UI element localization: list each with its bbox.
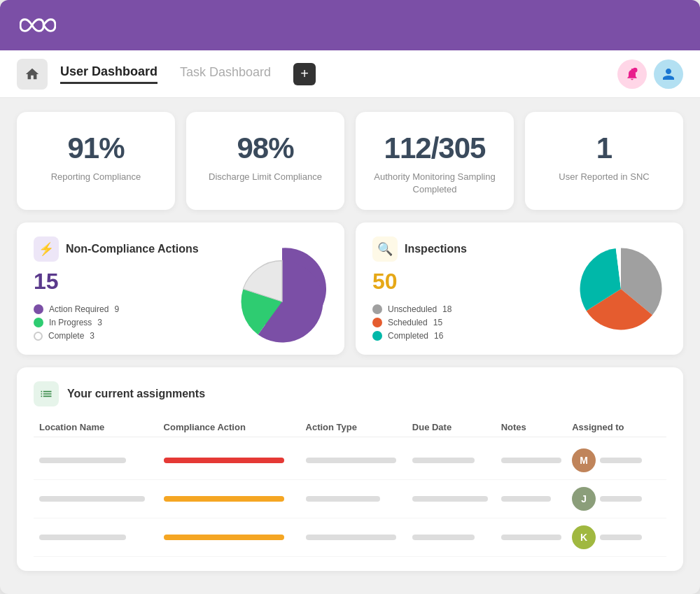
charts-row: ⚡ Non-Compliance Actions 15 Action Requi… bbox=[17, 222, 683, 355]
col-header-location: Location Name bbox=[39, 422, 164, 432]
app-header bbox=[0, 0, 700, 50]
compliance-bar-red bbox=[164, 458, 285, 463]
table-row: M bbox=[34, 441, 666, 480]
tab-user-dashboard[interactable]: User Dashboard bbox=[60, 64, 158, 84]
stat-card-reporting: 91% Reporting Compliance bbox=[17, 112, 175, 210]
stat-label-discharge: Discharge Limit Compliance bbox=[209, 171, 322, 183]
cell-location-1 bbox=[39, 458, 164, 463]
non-compliance-header: ⚡ Non-Compliance Actions bbox=[34, 236, 223, 262]
avatar-name-bar-3 bbox=[600, 535, 642, 540]
assignments-list-icon bbox=[39, 387, 53, 401]
skeleton-date-1 bbox=[412, 458, 475, 463]
table-row: J bbox=[34, 480, 666, 518]
legend-item-action-required: Action Required 9 bbox=[34, 304, 223, 314]
non-compliance-chart bbox=[237, 243, 328, 334]
legend-dot-orange bbox=[372, 318, 382, 327]
cell-assigned-1: M bbox=[572, 448, 661, 472]
legend-dot-outline bbox=[34, 332, 43, 341]
inspections-header: 🔍 Inspections bbox=[372, 236, 561, 262]
cell-notes-3 bbox=[501, 535, 572, 540]
non-compliance-info: ⚡ Non-Compliance Actions 15 Action Requi… bbox=[34, 236, 223, 341]
inspections-info: 🔍 Inspections 50 Unscheduled 18 Schedule… bbox=[372, 236, 561, 341]
cell-action-type-1 bbox=[306, 458, 412, 463]
col-header-compliance: Compliance Action bbox=[164, 422, 306, 432]
legend-label-scheduled: Scheduled bbox=[388, 318, 428, 327]
inspections-total: 50 bbox=[372, 269, 561, 295]
legend-dot-green bbox=[34, 318, 43, 327]
skeleton-date-2 bbox=[412, 496, 488, 502]
assignments-icon bbox=[34, 381, 59, 406]
col-header-action-type: Action Type bbox=[306, 422, 412, 432]
nav-tabs: User Dashboard Task Dashboard + bbox=[60, 63, 617, 85]
assignments-table: Location Name Compliance Action Action T… bbox=[34, 418, 666, 557]
stat-label-reporting: Reporting Compliance bbox=[51, 171, 141, 183]
stats-row: 91% Reporting Compliance 98% Discharge L… bbox=[17, 112, 683, 210]
legend-count-complete: 3 bbox=[90, 331, 94, 341]
stat-value-snc: 1 bbox=[596, 132, 612, 165]
stat-label-authority: Authority Monitoring Sampling Completed bbox=[370, 171, 500, 196]
legend-dot-gray bbox=[372, 304, 382, 314]
logo-infinity-icon bbox=[20, 15, 56, 36]
stat-value-authority: 112/305 bbox=[384, 132, 486, 165]
tab-task-dashboard[interactable]: Task Dashboard bbox=[180, 65, 271, 83]
skeleton-notes-2 bbox=[501, 496, 551, 502]
legend-dot-purple bbox=[34, 304, 43, 314]
home-icon bbox=[24, 66, 40, 82]
avatar-2: J bbox=[572, 487, 596, 511]
cell-due-date-2 bbox=[412, 496, 501, 502]
non-compliance-title: Non-Compliance Actions bbox=[66, 243, 199, 255]
cell-compliance-2 bbox=[164, 496, 306, 502]
skeleton-action-3 bbox=[306, 535, 396, 540]
col-header-due-date: Due Date bbox=[412, 422, 501, 432]
inspections-legend: Unscheduled 18 Scheduled 15 Completed 16 bbox=[372, 304, 561, 341]
stat-value-reporting: 91% bbox=[67, 132, 124, 165]
non-compliance-icon: ⚡ bbox=[34, 236, 59, 262]
profile-button[interactable] bbox=[654, 59, 683, 89]
cell-assigned-2: J bbox=[572, 487, 661, 511]
assignments-card: Your current assignments Location Name C… bbox=[17, 367, 683, 571]
non-compliance-legend: Action Required 9 In Progress 3 Complete… bbox=[34, 304, 223, 341]
skeleton-location-3 bbox=[39, 535, 126, 540]
add-tab-button[interactable]: + bbox=[293, 63, 316, 85]
stat-card-discharge: 98% Discharge Limit Compliance bbox=[186, 112, 344, 210]
legend-item-complete: Complete 3 bbox=[34, 331, 223, 341]
skeleton-location-1 bbox=[39, 458, 126, 463]
stat-label-snc: User Reported in SNC bbox=[559, 171, 649, 183]
home-button[interactable] bbox=[17, 59, 48, 90]
cell-compliance-1 bbox=[164, 458, 306, 463]
cell-assigned-3: K bbox=[572, 525, 661, 549]
inspections-chart bbox=[575, 243, 666, 334]
table-header: Location Name Compliance Action Action T… bbox=[34, 418, 666, 437]
col-header-assigned-to: Assigned to bbox=[572, 422, 661, 432]
compliance-bar-yellow-1 bbox=[164, 496, 285, 502]
skeleton-action-2 bbox=[306, 496, 381, 502]
nav-actions bbox=[617, 59, 683, 89]
skeleton-action-1 bbox=[306, 458, 396, 463]
skeleton-notes-3 bbox=[501, 535, 561, 540]
avatar-1: M bbox=[572, 448, 596, 472]
avatar-name-bar-1 bbox=[600, 458, 642, 463]
stat-card-snc: 1 User Reported in SNC bbox=[525, 112, 683, 210]
legend-count-action-required: 9 bbox=[114, 304, 119, 314]
main-content: 91% Reporting Compliance 98% Discharge L… bbox=[0, 98, 700, 588]
legend-count-unscheduled: 18 bbox=[442, 304, 451, 314]
table-row: K bbox=[34, 518, 666, 557]
avatar-name-bar-2 bbox=[600, 496, 642, 502]
svg-point-0 bbox=[633, 67, 638, 72]
legend-count-in-progress: 3 bbox=[97, 318, 102, 327]
assignments-header: Your current assignments bbox=[34, 381, 666, 406]
profile-icon bbox=[662, 67, 676, 81]
cell-due-date-3 bbox=[412, 535, 501, 540]
cell-notes-2 bbox=[501, 496, 572, 502]
compliance-bar-yellow-2 bbox=[164, 535, 285, 540]
inspections-icon: 🔍 bbox=[372, 236, 398, 262]
notification-icon bbox=[625, 67, 639, 81]
legend-label-completed: Completed bbox=[388, 331, 428, 341]
notification-button[interactable] bbox=[617, 59, 647, 89]
cell-action-type-2 bbox=[306, 496, 412, 502]
skeleton-notes-1 bbox=[501, 458, 561, 463]
stat-value-discharge: 98% bbox=[237, 132, 293, 165]
non-compliance-total: 15 bbox=[34, 269, 223, 295]
non-compliance-card: ⚡ Non-Compliance Actions 15 Action Requi… bbox=[17, 222, 344, 355]
legend-count-completed: 16 bbox=[434, 331, 443, 341]
